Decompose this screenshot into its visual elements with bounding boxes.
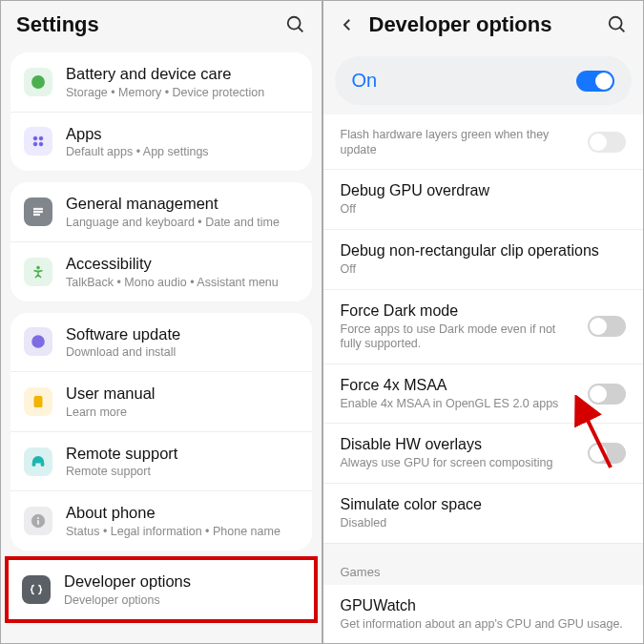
row-sub: Download and install bbox=[66, 345, 299, 360]
manual-icon bbox=[24, 387, 52, 416]
row-sub: Default apps • App settings bbox=[66, 145, 299, 159]
option-debug-gpu-overdraw[interactable]: Debug GPU overdraw Off bbox=[323, 169, 644, 229]
settings-header: Settings bbox=[1, 1, 322, 47]
back-icon[interactable] bbox=[339, 16, 356, 33]
opt-sub: Off bbox=[341, 202, 627, 218]
toggle-off-icon[interactable] bbox=[588, 384, 626, 405]
svg-point-4 bbox=[33, 137, 37, 141]
section-label-games: Games bbox=[323, 543, 644, 585]
row-sub: TalkBack • Mono audio • Assistant menu bbox=[66, 276, 299, 290]
option-simulate-color-space[interactable]: Simulate color space Disabled bbox=[323, 483, 644, 543]
master-toggle-label: On bbox=[352, 70, 378, 92]
opt-sub: Off bbox=[341, 262, 627, 278]
apps-icon bbox=[24, 127, 52, 156]
svg-point-3 bbox=[36, 80, 41, 85]
page-title: Settings bbox=[16, 12, 272, 37]
row-title: Remote support bbox=[66, 444, 299, 464]
settings-group-3: Software update Download and install Use… bbox=[10, 313, 312, 551]
opt-title: Simulate color space bbox=[341, 495, 627, 514]
toggle-off-icon[interactable] bbox=[588, 132, 626, 153]
dev-options-header: Developer options bbox=[323, 1, 644, 47]
opt-title: Force Dark mode bbox=[341, 301, 577, 321]
option-debug-clip-operations[interactable]: Debug non-rectangular clip operations Of… bbox=[323, 229, 644, 289]
svg-point-5 bbox=[39, 137, 43, 141]
dev-options-list: Flash hardware layers green when they up… bbox=[323, 114, 644, 643]
developer-options-panel: Developer options On Flash hardware laye… bbox=[322, 0, 645, 644]
option-force-4x-msaa[interactable]: Force 4x MSAA Enable 4x MSAA in OpenGL E… bbox=[323, 364, 644, 424]
row-title: General management bbox=[66, 194, 299, 214]
settings-row-general[interactable]: General management Language and keyboard… bbox=[10, 182, 312, 241]
settings-row-user-manual[interactable]: User manual Learn more bbox=[10, 371, 312, 431]
braces-icon bbox=[22, 575, 51, 604]
opt-sub: Disabled bbox=[341, 516, 627, 531]
svg-point-6 bbox=[33, 143, 37, 147]
option-disable-hw-overlays[interactable]: Disable HW overlays Always use GPU for s… bbox=[323, 423, 644, 483]
search-icon[interactable] bbox=[285, 14, 306, 35]
opt-title: Debug non-rectangular clip operations bbox=[341, 241, 627, 260]
option-gpuwatch[interactable]: GPUWatch Get information about an app's … bbox=[323, 585, 644, 643]
settings-row-remote-support[interactable]: Remote support Remote support bbox=[10, 431, 312, 491]
svg-point-0 bbox=[287, 17, 300, 30]
svg-line-22 bbox=[620, 28, 625, 32]
row-sub: Language and keyboard • Date and time bbox=[66, 216, 299, 230]
opt-sub: Enable 4x MSAA in OpenGL ES 2.0 apps bbox=[341, 397, 577, 412]
opt-title: Disable HW overlays bbox=[341, 435, 577, 454]
accessibility-icon bbox=[24, 258, 52, 286]
svg-rect-8 bbox=[34, 208, 43, 210]
row-sub: Remote support bbox=[66, 465, 299, 479]
page-title: Developer options bbox=[369, 12, 594, 37]
search-icon[interactable] bbox=[607, 14, 628, 35]
toggle-off-icon[interactable] bbox=[588, 443, 626, 464]
svg-point-19 bbox=[37, 517, 39, 519]
row-sub: Status • Legal information • Phone name bbox=[66, 525, 299, 539]
opt-title: Force 4x MSAA bbox=[341, 376, 577, 395]
battery-icon bbox=[24, 68, 52, 96]
settings-row-accessibility[interactable]: Accessibility TalkBack • Mono audio • As… bbox=[10, 241, 312, 301]
svg-line-1 bbox=[298, 28, 302, 32]
svg-point-7 bbox=[39, 143, 43, 147]
opt-sub: Get information about an app's CPU and G… bbox=[341, 617, 627, 633]
opt-sub: Always use GPU for screen compositing bbox=[341, 456, 577, 471]
headset-icon bbox=[24, 447, 52, 476]
info-icon bbox=[24, 507, 52, 535]
svg-point-11 bbox=[37, 266, 40, 269]
svg-rect-10 bbox=[34, 214, 40, 216]
settings-row-apps[interactable]: Apps Default apps • App settings bbox=[10, 112, 312, 172]
svg-rect-20 bbox=[37, 520, 39, 525]
row-title: Developer options bbox=[64, 571, 301, 592]
svg-rect-16 bbox=[32, 462, 35, 466]
option-force-dark-mode[interactable]: Force Dark mode Force apps to use Dark m… bbox=[323, 289, 644, 364]
settings-panel: Settings Battery and device care Storage… bbox=[0, 0, 322, 644]
highlight-annotation: Developer options Developer options bbox=[5, 556, 318, 623]
row-title: Battery and device care bbox=[66, 64, 299, 84]
row-title: Accessibility bbox=[66, 254, 299, 274]
general-icon bbox=[24, 197, 52, 226]
row-title: Apps bbox=[66, 124, 299, 144]
toggle-off-icon[interactable] bbox=[588, 316, 626, 337]
row-title: About phone bbox=[66, 503, 299, 523]
settings-row-software-update[interactable]: Software update Download and install bbox=[10, 313, 312, 372]
download-icon bbox=[24, 327, 52, 356]
row-sub: Developer options bbox=[64, 593, 301, 608]
settings-row-developer-options[interactable]: Developer options Developer options bbox=[9, 560, 314, 619]
row-sub: Storage • Memory • Device protection bbox=[66, 86, 299, 100]
row-title: User manual bbox=[66, 384, 299, 404]
toggle-on-icon[interactable] bbox=[576, 71, 614, 92]
option-flash-hardware-layers[interactable]: Flash hardware layers green when they up… bbox=[323, 114, 644, 169]
opt-title: Debug GPU overdraw bbox=[341, 181, 627, 200]
row-title: Software update bbox=[66, 324, 299, 344]
settings-group-1: Battery and device care Storage • Memory… bbox=[10, 52, 312, 171]
svg-point-21 bbox=[610, 17, 622, 30]
master-toggle-row[interactable]: On bbox=[335, 56, 633, 105]
row-sub: Learn more bbox=[66, 405, 299, 420]
opt-sub: Force apps to use Dark mode even if not … bbox=[341, 322, 577, 352]
opt-title: GPUWatch bbox=[341, 596, 627, 615]
svg-rect-17 bbox=[41, 462, 44, 466]
settings-row-about-phone[interactable]: About phone Status • Legal information •… bbox=[10, 490, 312, 551]
opt-sub: Flash hardware layers green when they up… bbox=[341, 128, 577, 157]
settings-row-battery[interactable]: Battery and device care Storage • Memory… bbox=[10, 52, 312, 112]
svg-rect-9 bbox=[34, 211, 43, 213]
settings-group-2: General management Language and keyboard… bbox=[10, 182, 312, 301]
